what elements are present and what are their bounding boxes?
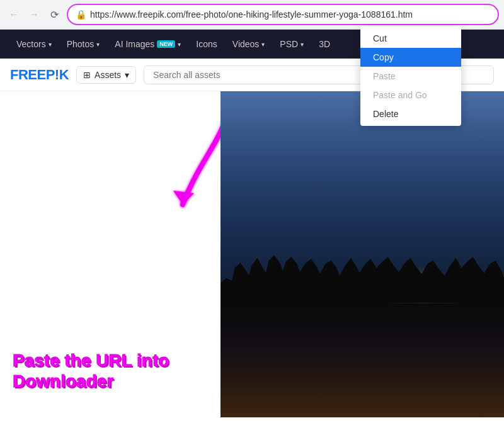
- nav-item-vectors-label: Vectors: [16, 39, 46, 49]
- nav-item-icons-label: Icons: [196, 39, 217, 49]
- nav-item-3d[interactable]: 3D: [312, 35, 336, 53]
- photos-chevron-icon: ▾: [96, 41, 100, 48]
- context-menu-paste: Paste: [360, 67, 461, 86]
- context-menu-delete[interactable]: Delete: [360, 104, 461, 123]
- logo-exclaim: !: [55, 67, 59, 82]
- videos-chevron-icon: ▾: [261, 41, 265, 48]
- context-menu-paste-go: Paste and Go: [360, 86, 461, 104]
- back-button[interactable]: ←: [5, 6, 23, 23]
- left-area: Paste the URL into Downloader: [0, 91, 220, 417]
- nav-item-psd-label: PSD: [280, 39, 298, 49]
- forward-button[interactable]: →: [25, 6, 43, 23]
- nav-item-photos[interactable]: Photos ▾: [60, 35, 106, 53]
- nav-item-psd[interactable]: PSD ▾: [273, 35, 310, 53]
- freepik-logo[interactable]: FREEP!K: [10, 67, 69, 83]
- nav-item-ai-images[interactable]: AI Images NEW ▾: [108, 35, 187, 53]
- refresh-button[interactable]: ⟳: [45, 6, 63, 23]
- water-reflection: [220, 303, 504, 417]
- nav-item-vectors[interactable]: Vectors ▾: [10, 35, 58, 53]
- assets-chevron-icon: ▾: [125, 70, 129, 80]
- lock-icon: 🔒: [76, 9, 86, 20]
- nav-item-ai-label: AI Images: [115, 39, 154, 49]
- main-content: Paste the URL into Downloader: [0, 91, 504, 417]
- assets-label: Assets: [94, 70, 121, 80]
- annotation-text: Paste the URL into Downloader: [13, 350, 214, 392]
- context-menu-copy[interactable]: Copy: [360, 48, 461, 67]
- context-menu: Cut Copy Paste Paste and Go Delete: [360, 26, 461, 126]
- photo-area: [220, 91, 504, 417]
- ai-new-badge: NEW: [157, 40, 175, 48]
- address-bar[interactable]: [90, 9, 490, 20]
- address-bar-wrapper[interactable]: 🔒: [67, 4, 499, 25]
- nav-item-3d-label: 3D: [319, 39, 330, 49]
- nav-buttons: ← → ⟳: [5, 6, 63, 23]
- nav-item-icons[interactable]: Icons: [190, 35, 223, 53]
- assets-grid-icon: ⊞: [83, 70, 91, 80]
- psd-chevron-icon: ▾: [301, 41, 304, 48]
- nav-item-videos[interactable]: Videos ▾: [226, 35, 272, 53]
- context-menu-cut[interactable]: Cut: [360, 29, 461, 48]
- assets-selector[interactable]: ⊞ Assets ▾: [76, 66, 136, 84]
- nav-item-videos-label: Videos: [232, 39, 260, 49]
- vectors-chevron-icon: ▾: [49, 41, 52, 48]
- treeline-silhouette: [220, 253, 504, 303]
- photo-background: [220, 91, 504, 417]
- browser-chrome: ← → ⟳ 🔒: [0, 0, 504, 30]
- browser-toolbar: ← → ⟳ 🔒: [0, 0, 504, 29]
- nav-item-photos-label: Photos: [67, 39, 94, 49]
- svg-marker-0: [173, 191, 194, 205]
- ai-chevron-icon: ▾: [178, 41, 181, 48]
